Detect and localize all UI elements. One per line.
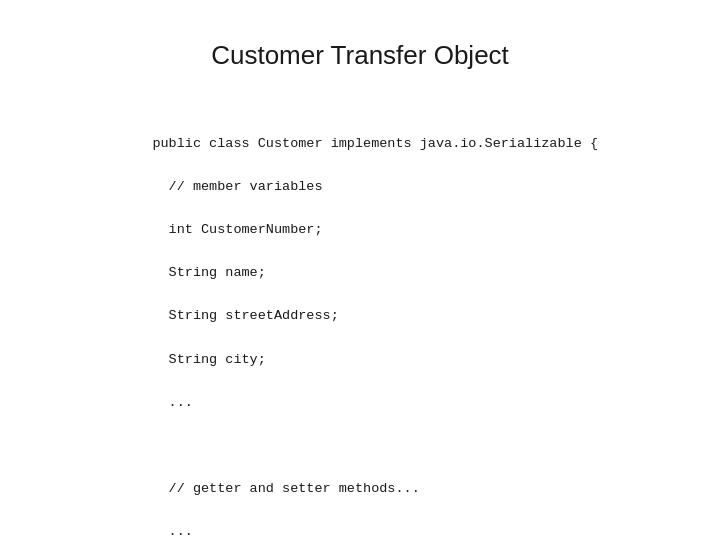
code-line-6: String city; [152, 352, 265, 367]
code-line-2: // member variables [152, 179, 322, 194]
code-line-1: public class Customer implements java.io… [152, 136, 598, 151]
code-block: public class Customer implements java.io… [120, 111, 598, 540]
code-line-5: String streetAddress; [152, 308, 338, 323]
code-line-9: // getter and setter methods... [152, 481, 419, 496]
slide-container: Customer Transfer Object public class Cu… [0, 0, 720, 540]
code-line-4: String name; [152, 265, 265, 280]
code-line-10: ... [152, 524, 193, 539]
slide-title: Customer Transfer Object [211, 40, 509, 71]
code-line-7: ... [152, 395, 193, 410]
code-line-3: int CustomerNumber; [152, 222, 322, 237]
